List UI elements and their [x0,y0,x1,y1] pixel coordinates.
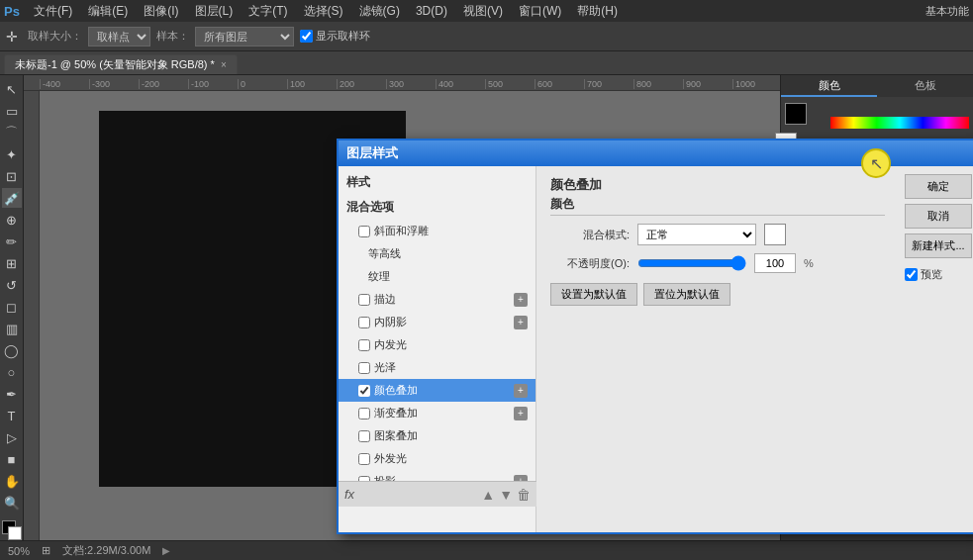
content-subsection-title: 颜色 [550,196,885,216]
opacity-label: 不透明度(O): [550,256,630,271]
left-toolbar: ↖ ▭ ⌒ ✦ ⊡ 💉 ⊕ ✏ ⊞ ↺ ◻ ▥ ◯ ○ ✒ T ▷ ■ ✋ 🔍 [0,75,24,560]
tool-pen[interactable]: ✒ [2,384,22,404]
ruler-h-marks: -400 -300 -200 -100 0 100 200 300 400 50… [40,76,780,89]
inner-shadow-add-btn[interactable]: + [514,316,528,329]
menubar: Ps 文件(F) 编辑(E) 图像(I) 图层(L) 文字(T) 选择(S) 滤… [0,0,973,22]
zoom-icon: ⊞ [42,544,50,557]
document-tab[interactable]: 未标题-1 @ 50% (矢量智能对象 RGB/8) * × [4,54,238,74]
ok-button[interactable]: 确定 [905,174,972,199]
dialog-action-btns: 设置为默认值 置位为默认值 [550,283,885,306]
preview-checkbox[interactable] [905,268,918,281]
menu-3d[interactable]: 3D(D) [408,2,455,20]
list-item-gradient-overlay[interactable]: 渐变叠加 + [339,402,535,424]
doc-size: 文档:2.29M/3.00M [62,543,150,558]
fx-down-btn[interactable]: ▼ [499,487,513,503]
tab-swatches[interactable]: 色板 [877,75,973,97]
set-default-btn[interactable]: 设置为默认值 [550,283,637,306]
list-item-inner-glow[interactable]: 内发光 [339,333,535,356]
tab-color[interactable]: 颜色 [781,75,877,97]
sample-label: 样本： [156,29,189,44]
opacity-slider[interactable] [637,256,746,270]
new-style-button[interactable]: 新建样式... [905,233,972,258]
preview-checkbox-label[interactable]: 预览 [905,267,972,282]
tool-zoom[interactable]: 🔍 [2,493,22,513]
dialog-list: 样式 混合选项 斜面和浮雕 等高线 纹理 描边 + 内阴影 + [339,166,536,532]
tool-shape[interactable]: ■ [2,449,22,469]
sample-select[interactable]: 所有图层 [195,27,294,47]
cursor-indicator: ↖ [861,148,891,178]
list-item-blend[interactable]: 混合选项 [339,195,535,220]
tool-brush[interactable]: ✏ [2,232,22,251]
ruler-vertical [24,91,40,560]
stroke-add-btn[interactable]: + [514,293,528,307]
list-item-style[interactable]: 样式 [339,170,535,195]
menu-image[interactable]: 图像(I) [136,1,186,22]
tool-size-label: 取样大小： [28,29,82,44]
menu-select[interactable]: 选择(S) [296,1,351,22]
list-item-satin[interactable]: 光泽 [339,356,535,379]
tool-heal[interactable]: ⊕ [2,210,22,230]
tab-title: 未标题-1 @ 50% (矢量智能对象 RGB/8) * [15,57,215,72]
tool-text[interactable]: T [2,406,22,425]
reset-default-btn[interactable]: 置位为默认值 [643,283,730,306]
tool-dodge[interactable]: ○ [2,362,22,382]
fx-up-btn[interactable]: ▲ [481,487,495,503]
list-item-pattern-overlay[interactable]: 图案叠加 [339,424,535,447]
menu-view[interactable]: 视图(V) [455,1,511,22]
menu-file[interactable]: 文件(F) [26,1,80,22]
bg-color-swatch[interactable] [8,526,22,540]
content-section-title: 颜色叠加 [550,176,885,194]
tool-size-select[interactable]: 取样点 [88,27,150,47]
tool-lasso[interactable]: ⌒ [2,123,22,142]
tab-close-btn[interactable]: × [221,59,227,70]
gradient-add-btn[interactable]: + [514,407,528,420]
opacity-input[interactable] [754,253,796,273]
list-item-contour[interactable]: 等高线 [339,242,535,265]
tool-move[interactable]: ↖ [2,79,22,99]
tool-select-rect[interactable]: ▭ [2,101,22,121]
workspace-label: 基本功能 [925,4,969,19]
tool-icon: ✛ [6,29,22,45]
preview-label: 预览 [921,267,942,282]
statusbar: 50% ⊞ 文档:2.29M/3.00M ▶ [0,540,973,560]
tool-gradient[interactable]: ▥ [2,319,22,338]
list-item-inner-shadow[interactable]: 内阴影 + [339,311,535,333]
tabbar: 未标题-1 @ 50% (矢量智能对象 RGB/8) * × [0,51,973,75]
blend-mode-label: 混合模式: [550,228,630,242]
list-item-outer-glow[interactable]: 外发光 [339,447,535,470]
tool-path-select[interactable]: ▷ [2,427,22,447]
list-item-stroke[interactable]: 描边 + [339,288,535,311]
menu-layer[interactable]: 图层(L) [187,1,242,22]
menu-help[interactable]: 帮助(H) [569,1,626,22]
list-item-bevel[interactable]: 斜面和浮雕 [339,220,535,242]
fx-delete-btn[interactable]: 🗑 [517,487,531,503]
tool-magic-wand[interactable]: ✦ [2,144,22,164]
blend-mode-select[interactable]: 正常 [637,224,756,245]
foreground-color[interactable] [785,103,807,125]
menu-window[interactable]: 窗口(W) [511,1,569,22]
show-sampling-label: 显示取样环 [316,29,370,44]
tool-history-brush[interactable]: ↺ [2,275,22,295]
tool-clone[interactable]: ⊞ [2,253,22,273]
tool-blur[interactable]: ◯ [2,340,22,360]
color-spectrum[interactable] [830,117,969,129]
tool-eraser[interactable]: ◻ [2,297,22,317]
show-sampling-checkbox[interactable]: 显示取样环 [300,29,370,44]
cancel-button[interactable]: 取消 [905,204,972,229]
ps-logo: Ps [4,4,20,19]
tool-eyedropper[interactable]: 💉 [2,188,22,208]
list-item-texture[interactable]: 纹理 [339,265,535,288]
menu-edit[interactable]: 编辑(E) [80,1,136,22]
toolbar: ✛ 取样大小： 取样点 样本： 所有图层 显示取样环 [0,22,973,51]
menu-text[interactable]: 文字(T) [241,1,295,22]
list-item-color-overlay[interactable]: 颜色叠加 + [339,379,535,402]
tool-hand[interactable]: ✋ [2,471,22,491]
opacity-row: 不透明度(O): % [550,253,885,273]
blend-color-swatch[interactable] [764,224,786,245]
tool-crop[interactable]: ⊡ [2,166,22,186]
dialog-right-buttons: 确定 取消 新建样式... 预览 [899,166,973,532]
color-overlay-add-btn[interactable]: + [514,384,528,398]
blend-mode-row: 混合模式: 正常 [550,224,885,245]
menu-filter[interactable]: 滤镜(G) [351,1,408,22]
layer-style-dialog: ↖ 图层样式 样式 混合选项 斜面和浮雕 等高线 纹理 描边 + [337,139,973,534]
